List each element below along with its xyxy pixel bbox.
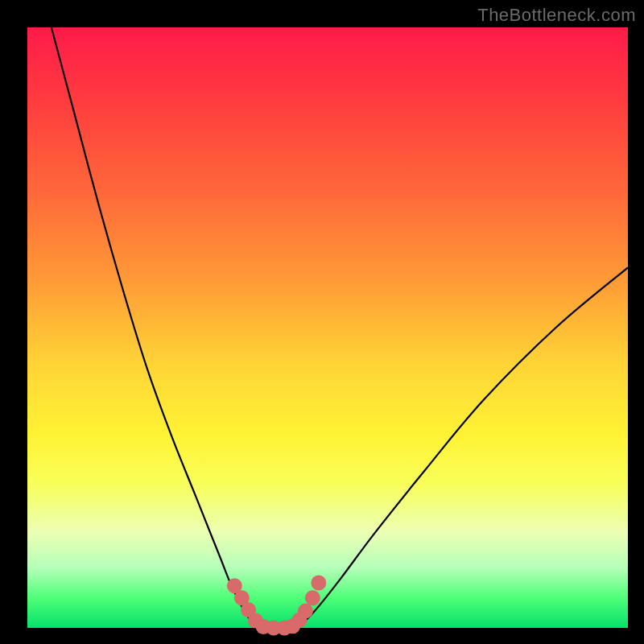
plot-area: [27, 27, 628, 628]
marker-dot: [311, 576, 326, 591]
marker-dot: [305, 590, 320, 605]
outer-frame: TheBottleneck.com: [0, 0, 644, 644]
curve-right-branch: [291, 267, 628, 628]
chart-svg: [27, 27, 628, 628]
curve-left-branch: [52, 27, 262, 628]
watermark-text: TheBottleneck.com: [477, 5, 636, 26]
marker-group: [227, 576, 326, 636]
marker-dot: [298, 604, 313, 619]
